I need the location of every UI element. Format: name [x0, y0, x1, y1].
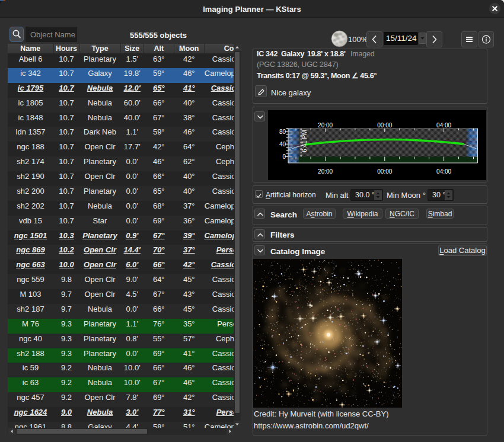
svg-text:00:00: 00:00	[377, 168, 392, 175]
svg-text:04:00: 04:00	[436, 168, 451, 175]
svg-text:0: 0	[282, 153, 286, 160]
svg-text:20:00: 20:00	[318, 122, 333, 129]
svg-text:00:00: 00:00	[377, 122, 392, 129]
svg-text:80: 80	[279, 129, 286, 135]
svg-text:6:41 PM: 6:41 PM	[301, 130, 308, 152]
svg-text:40: 40	[279, 141, 286, 148]
svg-text:20:00: 20:00	[318, 168, 333, 175]
svg-text:04:00: 04:00	[436, 122, 451, 129]
